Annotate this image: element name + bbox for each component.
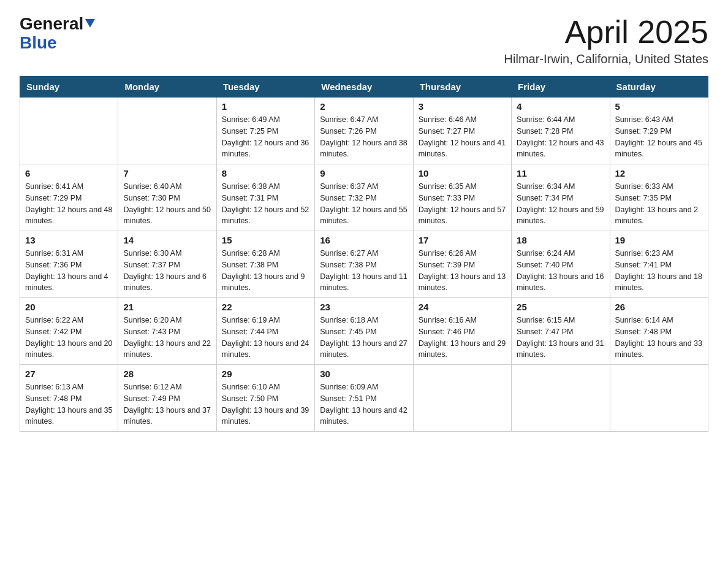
title-block: April 2025 Hilmar-Irwin, California, Uni… bbox=[504, 15, 708, 66]
calendar-week-row: 1Sunrise: 6:49 AMSunset: 7:25 PMDaylight… bbox=[20, 98, 708, 164]
calendar-header-row: SundayMondayTuesdayWednesdayThursdayFrid… bbox=[20, 77, 708, 98]
cell-day-number: 30 bbox=[320, 369, 408, 379]
cell-day-number: 2 bbox=[320, 101, 408, 112]
calendar-location: Hilmar-Irwin, California, United States bbox=[504, 52, 708, 66]
cell-sun-info: Sunrise: 6:27 AMSunset: 7:38 PMDaylight:… bbox=[320, 248, 408, 294]
calendar-cell: 27Sunrise: 6:13 AMSunset: 7:48 PMDayligh… bbox=[20, 365, 118, 432]
calendar-cell: 25Sunrise: 6:15 AMSunset: 7:47 PMDayligh… bbox=[512, 298, 610, 365]
cell-sun-info: Sunrise: 6:33 AMSunset: 7:35 PMDaylight:… bbox=[615, 181, 703, 227]
calendar-cell bbox=[512, 365, 610, 432]
cell-sun-info: Sunrise: 6:46 AMSunset: 7:27 PMDaylight:… bbox=[419, 114, 506, 160]
calendar-table: SundayMondayTuesdayWednesdayThursdayFrid… bbox=[20, 76, 708, 432]
cell-sun-info: Sunrise: 6:16 AMSunset: 7:46 PMDaylight:… bbox=[419, 315, 506, 361]
calendar-cell: 17Sunrise: 6:26 AMSunset: 7:39 PMDayligh… bbox=[413, 231, 511, 298]
logo-blue-text: Blue bbox=[20, 33, 57, 52]
calendar-cell: 20Sunrise: 6:22 AMSunset: 7:42 PMDayligh… bbox=[20, 298, 118, 365]
calendar-cell: 11Sunrise: 6:34 AMSunset: 7:34 PMDayligh… bbox=[512, 164, 610, 231]
calendar-title: April 2025 bbox=[504, 15, 708, 50]
cell-sun-info: Sunrise: 6:23 AMSunset: 7:41 PMDaylight:… bbox=[615, 248, 703, 294]
weekday-header-friday: Friday bbox=[512, 77, 610, 98]
calendar-cell: 29Sunrise: 6:10 AMSunset: 7:50 PMDayligh… bbox=[216, 365, 314, 432]
cell-sun-info: Sunrise: 6:13 AMSunset: 7:48 PMDaylight:… bbox=[25, 381, 113, 427]
calendar-cell: 26Sunrise: 6:14 AMSunset: 7:48 PMDayligh… bbox=[610, 298, 708, 365]
cell-day-number: 16 bbox=[320, 235, 408, 245]
calendar-cell bbox=[20, 98, 118, 164]
cell-day-number: 22 bbox=[222, 302, 309, 312]
cell-day-number: 26 bbox=[615, 302, 703, 312]
calendar-week-row: 13Sunrise: 6:31 AMSunset: 7:36 PMDayligh… bbox=[20, 231, 708, 298]
cell-sun-info: Sunrise: 6:19 AMSunset: 7:44 PMDaylight:… bbox=[222, 315, 309, 361]
calendar-cell: 8Sunrise: 6:38 AMSunset: 7:31 PMDaylight… bbox=[216, 164, 314, 231]
calendar-cell: 2Sunrise: 6:47 AMSunset: 7:26 PMDaylight… bbox=[315, 98, 413, 164]
cell-day-number: 4 bbox=[517, 101, 604, 112]
cell-day-number: 5 bbox=[615, 101, 703, 112]
logo: General Blue bbox=[20, 15, 95, 53]
calendar-cell: 1Sunrise: 6:49 AMSunset: 7:25 PMDaylight… bbox=[216, 98, 314, 164]
calendar-cell: 14Sunrise: 6:30 AMSunset: 7:37 PMDayligh… bbox=[118, 231, 216, 298]
calendar-cell: 4Sunrise: 6:44 AMSunset: 7:28 PMDaylight… bbox=[512, 98, 610, 164]
calendar-cell: 6Sunrise: 6:41 AMSunset: 7:29 PMDaylight… bbox=[20, 164, 118, 231]
cell-sun-info: Sunrise: 6:34 AMSunset: 7:34 PMDaylight:… bbox=[517, 181, 604, 227]
cell-sun-info: Sunrise: 6:18 AMSunset: 7:45 PMDaylight:… bbox=[320, 315, 408, 361]
cell-day-number: 19 bbox=[615, 235, 703, 245]
calendar-week-row: 20Sunrise: 6:22 AMSunset: 7:42 PMDayligh… bbox=[20, 298, 708, 365]
calendar-cell bbox=[413, 365, 511, 432]
cell-sun-info: Sunrise: 6:26 AMSunset: 7:39 PMDaylight:… bbox=[419, 248, 506, 294]
calendar-cell: 18Sunrise: 6:24 AMSunset: 7:40 PMDayligh… bbox=[512, 231, 610, 298]
cell-sun-info: Sunrise: 6:22 AMSunset: 7:42 PMDaylight:… bbox=[25, 315, 113, 361]
cell-sun-info: Sunrise: 6:41 AMSunset: 7:29 PMDaylight:… bbox=[25, 181, 113, 227]
cell-day-number: 29 bbox=[222, 369, 309, 379]
calendar-cell: 12Sunrise: 6:33 AMSunset: 7:35 PMDayligh… bbox=[610, 164, 708, 231]
cell-day-number: 18 bbox=[517, 235, 604, 245]
weekday-header-monday: Monday bbox=[118, 77, 216, 98]
cell-day-number: 20 bbox=[25, 302, 113, 312]
cell-day-number: 28 bbox=[123, 369, 211, 379]
calendar-week-row: 6Sunrise: 6:41 AMSunset: 7:29 PMDaylight… bbox=[20, 164, 708, 231]
calendar-cell: 3Sunrise: 6:46 AMSunset: 7:27 PMDaylight… bbox=[413, 98, 511, 164]
logo-triangle-icon bbox=[85, 19, 95, 30]
cell-sun-info: Sunrise: 6:24 AMSunset: 7:40 PMDaylight:… bbox=[517, 248, 604, 294]
cell-day-number: 7 bbox=[123, 168, 211, 178]
cell-sun-info: Sunrise: 6:37 AMSunset: 7:32 PMDaylight:… bbox=[320, 181, 408, 227]
calendar-cell: 24Sunrise: 6:16 AMSunset: 7:46 PMDayligh… bbox=[413, 298, 511, 365]
cell-day-number: 23 bbox=[320, 302, 408, 312]
calendar-cell bbox=[118, 98, 216, 164]
cell-sun-info: Sunrise: 6:35 AMSunset: 7:33 PMDaylight:… bbox=[419, 181, 506, 227]
cell-day-number: 17 bbox=[419, 235, 506, 245]
cell-day-number: 1 bbox=[222, 101, 309, 112]
cell-day-number: 14 bbox=[123, 235, 211, 245]
calendar-cell: 19Sunrise: 6:23 AMSunset: 7:41 PMDayligh… bbox=[610, 231, 708, 298]
cell-day-number: 6 bbox=[25, 168, 113, 178]
logo-general-text: General bbox=[20, 15, 83, 34]
cell-sun-info: Sunrise: 6:28 AMSunset: 7:38 PMDaylight:… bbox=[222, 248, 309, 294]
calendar-cell: 21Sunrise: 6:20 AMSunset: 7:43 PMDayligh… bbox=[118, 298, 216, 365]
cell-sun-info: Sunrise: 6:40 AMSunset: 7:30 PMDaylight:… bbox=[123, 181, 211, 227]
calendar-cell: 5Sunrise: 6:43 AMSunset: 7:29 PMDaylight… bbox=[610, 98, 708, 164]
cell-day-number: 10 bbox=[419, 168, 506, 178]
cell-sun-info: Sunrise: 6:49 AMSunset: 7:25 PMDaylight:… bbox=[222, 114, 309, 160]
cell-sun-info: Sunrise: 6:44 AMSunset: 7:28 PMDaylight:… bbox=[517, 114, 604, 160]
calendar-cell: 15Sunrise: 6:28 AMSunset: 7:38 PMDayligh… bbox=[216, 231, 314, 298]
calendar-cell: 28Sunrise: 6:12 AMSunset: 7:49 PMDayligh… bbox=[118, 365, 216, 432]
cell-day-number: 3 bbox=[419, 101, 506, 112]
cell-sun-info: Sunrise: 6:15 AMSunset: 7:47 PMDaylight:… bbox=[517, 315, 604, 361]
cell-sun-info: Sunrise: 6:20 AMSunset: 7:43 PMDaylight:… bbox=[123, 315, 211, 361]
cell-day-number: 11 bbox=[517, 168, 604, 178]
cell-sun-info: Sunrise: 6:09 AMSunset: 7:51 PMDaylight:… bbox=[320, 381, 408, 427]
calendar-cell: 30Sunrise: 6:09 AMSunset: 7:51 PMDayligh… bbox=[315, 365, 413, 432]
svg-marker-0 bbox=[85, 19, 95, 28]
cell-day-number: 12 bbox=[615, 168, 703, 178]
weekday-header-thursday: Thursday bbox=[413, 77, 511, 98]
cell-day-number: 9 bbox=[320, 168, 408, 178]
cell-sun-info: Sunrise: 6:10 AMSunset: 7:50 PMDaylight:… bbox=[222, 381, 309, 427]
cell-day-number: 25 bbox=[517, 302, 604, 312]
cell-day-number: 15 bbox=[222, 235, 309, 245]
cell-day-number: 8 bbox=[222, 168, 309, 178]
cell-sun-info: Sunrise: 6:31 AMSunset: 7:36 PMDaylight:… bbox=[25, 248, 113, 294]
calendar-cell: 13Sunrise: 6:31 AMSunset: 7:36 PMDayligh… bbox=[20, 231, 118, 298]
cell-sun-info: Sunrise: 6:30 AMSunset: 7:37 PMDaylight:… bbox=[123, 248, 211, 294]
calendar-cell bbox=[610, 365, 708, 432]
calendar-cell: 10Sunrise: 6:35 AMSunset: 7:33 PMDayligh… bbox=[413, 164, 511, 231]
cell-day-number: 24 bbox=[419, 302, 506, 312]
cell-day-number: 21 bbox=[123, 302, 211, 312]
